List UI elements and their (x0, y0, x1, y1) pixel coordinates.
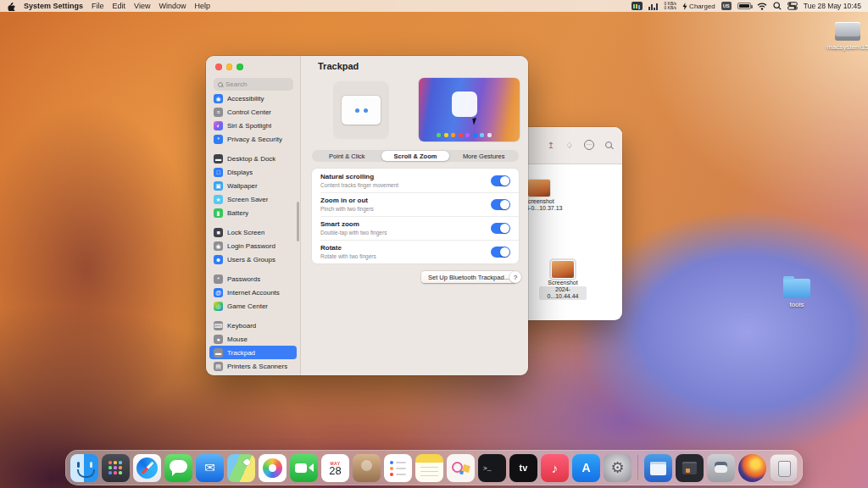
finger-dot (355, 108, 359, 113)
file-name-line2: 2024-0...10.44.44 (539, 286, 587, 300)
dock-dark-window-app-icon[interactable] (676, 454, 704, 482)
zoom-in-out-toggle[interactable] (491, 199, 510, 210)
dock-terminal-icon[interactable]: >_ (478, 454, 506, 482)
system-settings-window: Search ◉ Accessibility ≡ Control Center … (206, 56, 528, 375)
sidebar-item-wallpaper[interactable]: ▣ Wallpaper (209, 179, 297, 192)
sidebar-item-battery[interactable]: ▮ Battery (209, 206, 297, 219)
dock-messages-icon[interactable] (164, 454, 192, 482)
set-up-bluetooth-trackpad-button[interactable]: Set Up Bluetooth Trackpad... (421, 271, 516, 283)
more-actions-icon[interactable]: ⋯ (584, 140, 594, 150)
tab-scroll-and-zoom[interactable]: Scroll & Zoom (381, 151, 450, 161)
sidebar-search-input[interactable]: Search (214, 78, 293, 91)
sidebar-item-passwords[interactable]: * Passwords (209, 272, 297, 286)
menu-bar: System Settings File Edit View Window He… (0, 0, 868, 12)
internet-accounts-icon: @ (214, 288, 223, 297)
control-center-icon[interactable] (787, 2, 798, 10)
dock-calendar-icon[interactable]: MAY 28 (321, 454, 349, 482)
sidebar-item-desktop-dock[interactable]: ▬ Desktop & Dock (209, 152, 297, 165)
menu-edit[interactable]: Edit (113, 2, 126, 10)
cursor-icon (472, 117, 480, 125)
sidebar-item-lock-screen[interactable]: ■ Lock Screen (209, 225, 297, 239)
dock-apple-tv-icon[interactable]: tv (509, 454, 537, 482)
menu-bar-status: 0 KB/s 0 KB/s Charged US Tue 28 May 10:4… (632, 2, 861, 11)
rotate-toggle[interactable] (491, 247, 510, 258)
settings-group-card: Natural scrolling Content tracks finger … (312, 169, 519, 263)
accessibility-icon: ◉ (214, 94, 223, 103)
apple-menu-icon[interactable] (7, 1, 15, 11)
dock-safari-icon[interactable] (133, 454, 161, 482)
menu-help[interactable]: Help (194, 2, 210, 10)
wifi-icon[interactable] (757, 3, 767, 10)
menu-app-name[interactable]: System Settings (24, 2, 83, 10)
close-button[interactable] (215, 64, 222, 70)
tag-icon[interactable]: ♢ (565, 141, 573, 150)
sidebar-item-keyboard[interactable]: ⌨ Keyboard (209, 319, 297, 332)
wallpaper-icon: ▣ (214, 181, 223, 191)
sidebar-item-game-center[interactable]: ◎ Game Center (209, 299, 297, 313)
dock-photos-icon[interactable] (259, 454, 287, 482)
dock-contacts-icon[interactable] (353, 454, 381, 482)
dock-trash-icon[interactable] (770, 454, 798, 482)
menu-view[interactable]: View (134, 2, 150, 10)
sidebar-scrollbar[interactable] (297, 202, 299, 241)
desktop-volume-macsystem15[interactable]: macsystem15 (824, 22, 868, 51)
sidebar-item-printers-scanners[interactable]: ▤ Printers & Scanners (209, 359, 297, 373)
gesture-preview-video[interactable] (419, 78, 520, 141)
dock-maps-icon[interactable] (227, 454, 255, 482)
keyboard-layout-badge[interactable]: US (721, 2, 732, 10)
desktop-folder-tools[interactable]: tools (773, 276, 821, 308)
battery-icon[interactable] (737, 3, 751, 9)
help-button[interactable]: ? (509, 271, 521, 283)
battery-charged-status[interactable]: Charged (682, 3, 715, 10)
dock: ✉ MAY 28 >_ tv ♪ A ⚙ (65, 450, 803, 485)
setting-subtitle: Content tracks finger movement (320, 182, 491, 188)
menu-file[interactable]: File (92, 2, 104, 10)
dock-window-app-icon[interactable] (644, 454, 672, 482)
envelope-glyph: ✉ (196, 454, 224, 482)
dock-finder-icon[interactable] (70, 454, 98, 482)
dock-notes-icon[interactable] (415, 454, 443, 482)
spotlight-search-icon[interactable] (773, 2, 782, 10)
sidebar-item-privacy-security[interactable]: * Privacy & Security (209, 132, 297, 146)
tab-point-and-click[interactable]: Point & Click (313, 151, 381, 161)
sidebar-item-screen-saver[interactable]: ★ Screen Saver (209, 192, 297, 206)
hard-drive-icon (835, 22, 860, 41)
dock-music-icon[interactable]: ♪ (541, 454, 569, 482)
dock-facetime-icon[interactable] (290, 454, 318, 482)
sidebar-list: ◉ Accessibility ≡ Control Center ◐ Siri … (209, 92, 297, 375)
smart-zoom-toggle[interactable] (491, 223, 510, 234)
sidebar-item-login-password[interactable]: ◉ Login Password (209, 239, 297, 252)
natural-scrolling-toggle[interactable] (491, 175, 510, 186)
gesture-tabs: Point & Click Scroll & Zoom More Gesture… (312, 150, 519, 162)
dock-firefox-icon[interactable] (738, 454, 766, 482)
share-icon[interactable]: ↥ (548, 141, 554, 150)
calendar-day-label: 28 (329, 466, 341, 476)
dock-reminders-icon[interactable] (384, 454, 412, 482)
stats-widget-icon[interactable] (632, 2, 643, 10)
sidebar-item-users-groups[interactable]: ☻ Users & Groups (209, 252, 297, 266)
dock-freeform-icon[interactable] (447, 454, 475, 482)
dock-automator-icon[interactable] (707, 454, 735, 482)
app-store-glyph: A (572, 454, 600, 482)
menu-bar-clock[interactable]: Tue 28 May 10:45 (804, 2, 861, 10)
dock-launchpad-icon[interactable] (102, 454, 130, 482)
dock-app-store-icon[interactable]: A (572, 454, 600, 482)
minimize-button[interactable] (226, 64, 233, 70)
sidebar-item-accessibility[interactable]: ◉ Accessibility (209, 92, 297, 105)
tab-more-gestures[interactable]: More Gestures (449, 151, 518, 161)
zoom-button[interactable] (236, 64, 243, 70)
menu-window[interactable]: Window (159, 2, 186, 10)
sidebar-item-displays[interactable]: □ Displays (209, 165, 297, 179)
sidebar-item-mouse[interactable]: ● Mouse (209, 332, 297, 346)
finder-search-icon[interactable] (605, 141, 612, 148)
setting-title: Smart zoom (320, 220, 491, 228)
dock-system-settings-icon[interactable]: ⚙ (604, 454, 632, 482)
sidebar-item-control-center[interactable]: ≡ Control Center (209, 105, 297, 119)
sidebar-item-trackpad[interactable]: ▬ Trackpad (209, 346, 297, 359)
dock-mail-icon[interactable]: ✉ (196, 454, 224, 482)
sidebar-item-internet-accounts[interactable]: @ Internet Accounts (209, 286, 297, 299)
sidebar-item-siri-spotlight[interactable]: ◐ Siri & Spotlight (209, 119, 297, 132)
finder-file-item[interactable]: Screenshot 2024-0...10.44.44 (539, 261, 587, 300)
network-speed-text[interactable]: 0 KB/s 0 KB/s (664, 2, 676, 11)
cpu-histogram-icon[interactable] (648, 2, 658, 10)
